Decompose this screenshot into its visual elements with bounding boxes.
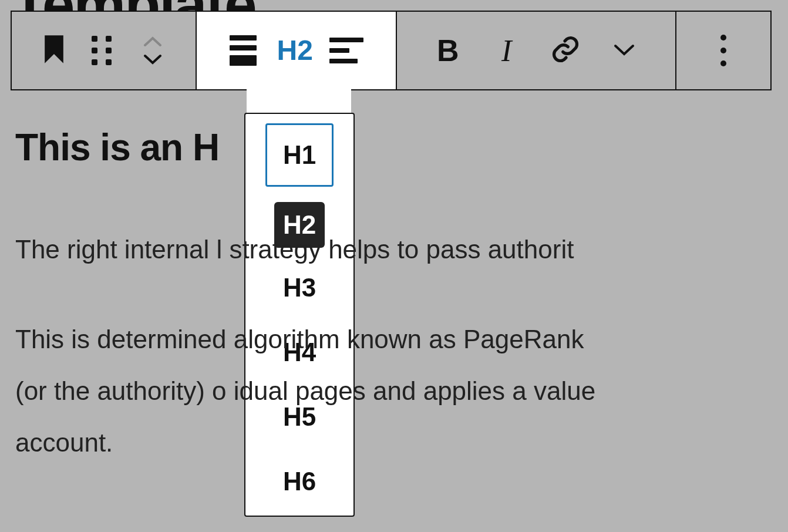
more-vertical-icon [720, 35, 726, 66]
link-icon [550, 34, 581, 67]
paragraph-icon [230, 35, 257, 66]
more-format-button[interactable] [608, 34, 641, 67]
move-updown-button[interactable] [136, 34, 169, 67]
bookmark-icon [43, 35, 65, 66]
heading-option-h3[interactable]: H3 [270, 263, 329, 312]
editor-paragraph-1[interactable]: The right internal l strategy helps to p… [15, 233, 788, 266]
popover-connector [247, 89, 351, 113]
block-type-button[interactable] [38, 34, 70, 67]
text-align-button[interactable] [330, 34, 363, 67]
heading-option-h1[interactable]: H1 [265, 123, 334, 187]
options-button[interactable] [707, 34, 740, 67]
chevron-up-icon [143, 36, 163, 48]
chevron-down-icon [143, 53, 163, 65]
drag-icon [92, 36, 115, 65]
italic-button[interactable]: I [490, 34, 523, 67]
editor-heading-block[interactable]: This is an H [15, 126, 219, 169]
heading-level-button[interactable]: H2 [278, 34, 311, 67]
toolbar-group-format: B I [397, 12, 676, 89]
toolbar-group-heading: H2 [197, 12, 397, 89]
toolbar-group-more [676, 12, 770, 89]
align-left-icon [329, 38, 363, 63]
link-button[interactable] [549, 34, 582, 67]
drag-handle[interactable] [87, 34, 120, 67]
transform-button[interactable] [227, 34, 260, 67]
bold-button[interactable]: B [432, 34, 464, 67]
chevron-down-icon [613, 42, 635, 59]
block-toolbar: H2 B I [11, 11, 772, 90]
toolbar-group-block [12, 12, 197, 89]
editor-paragraph-2[interactable]: This is determined algorithm known as Pa… [15, 314, 788, 469]
